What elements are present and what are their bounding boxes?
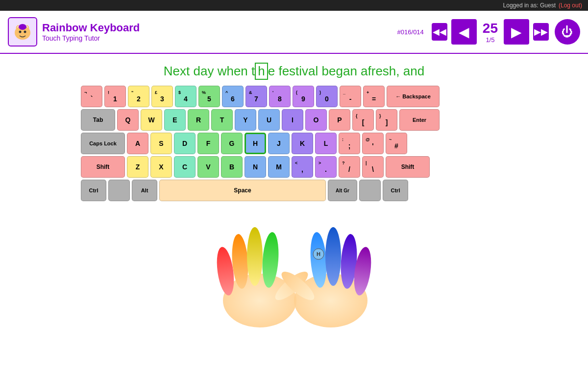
key-z[interactable]: Z: [127, 156, 148, 178]
key-alt-left[interactable]: Alt: [132, 180, 157, 201]
logout-link[interactable]: (Log out): [559, 2, 582, 9]
keyboard-row-3: Caps Lock A S D F G H J K L :; @' ~#: [81, 133, 507, 154]
main-content: Next day when the festival began afresh,…: [0, 54, 588, 332]
key-a[interactable]: A: [127, 133, 148, 154]
forward-button[interactable]: ▶: [504, 19, 529, 45]
back-button[interactable]: ◀: [451, 19, 477, 45]
key-8[interactable]: '8: [269, 86, 291, 107]
key-tab[interactable]: Tab: [81, 109, 115, 131]
key-w[interactable]: W: [141, 109, 162, 131]
skip-back-button[interactable]: ◀◀: [432, 23, 447, 41]
key-caps[interactable]: Caps Lock: [81, 133, 125, 154]
keyboard-row-1: ¬` !1 "2 £3 $4 %5 ^6 &7 '8 (9 )0 _- += ←…: [81, 86, 507, 107]
key-p[interactable]: P: [329, 109, 350, 131]
key-m[interactable]: M: [268, 156, 290, 178]
key-1[interactable]: !1: [104, 86, 126, 107]
header: Rainbow Keyboard Touch Typing Tutor #016…: [0, 11, 588, 54]
key-d[interactable]: D: [174, 133, 196, 154]
svg-point-3: [19, 24, 26, 30]
key-hash[interactable]: ~#: [386, 133, 407, 154]
key-y[interactable]: Y: [235, 109, 256, 131]
key-bracket-close[interactable]: }]: [376, 109, 397, 131]
key-2[interactable]: "2: [128, 86, 149, 107]
username: Guest: [540, 2, 556, 9]
key-3[interactable]: £3: [151, 86, 173, 107]
key-ctrl-right[interactable]: Ctrl: [383, 180, 408, 201]
key-enter[interactable]: Enter: [399, 109, 440, 131]
key-q[interactable]: Q: [117, 109, 139, 131]
key-9[interactable]: (9: [293, 86, 314, 107]
svg-point-1: [19, 31, 22, 33]
key-o[interactable]: O: [305, 109, 327, 131]
key-quote[interactable]: @': [362, 133, 384, 154]
counter-block: 25 1/5: [483, 21, 498, 44]
key-6[interactable]: ^6: [222, 86, 244, 107]
key-slash[interactable]: ?/: [339, 156, 360, 178]
topbar: Logged in as: Guest (Log out): [0, 0, 588, 11]
key-shift-right[interactable]: Shift: [386, 156, 430, 178]
app-title: Rainbow Keyboard: [42, 22, 140, 34]
key-win-right[interactable]: [359, 180, 381, 201]
key-c[interactable]: C: [174, 156, 196, 178]
key-t[interactable]: T: [211, 109, 233, 131]
logged-in-text: Logged in as:: [503, 2, 539, 9]
key-shift-left[interactable]: Shift: [81, 156, 125, 178]
key-4[interactable]: $4: [175, 86, 196, 107]
key-backslash[interactable]: |\: [362, 156, 384, 178]
keyboard-row-5: Ctrl Alt Space Alt Gr Ctrl: [81, 180, 507, 201]
svg-point-7: [247, 227, 263, 286]
app-subtitle: Touch Typing Tutor: [42, 34, 140, 42]
key-7[interactable]: &7: [245, 86, 267, 107]
counter-number: 25: [483, 21, 498, 36]
svg-text:H: H: [317, 251, 320, 257]
svg-point-2: [24, 31, 26, 33]
key-bracket-open[interactable]: {[: [352, 109, 374, 131]
text-after: e festival began afresh, and: [268, 64, 424, 78]
key-alt-gr[interactable]: Alt Gr: [328, 180, 357, 201]
svg-point-14: [325, 227, 341, 286]
logo-area: Rainbow Keyboard Touch Typing Tutor: [8, 17, 140, 46]
title-block: Rainbow Keyboard Touch Typing Tutor: [42, 22, 140, 42]
key-h[interactable]: H: [245, 133, 266, 154]
hands-svg: H: [176, 205, 412, 332]
key-f[interactable]: F: [197, 133, 219, 154]
key-ctrl-left[interactable]: Ctrl: [81, 180, 106, 201]
key-u[interactable]: U: [258, 109, 280, 131]
key-x[interactable]: X: [150, 156, 172, 178]
key-semicolon[interactable]: :;: [339, 133, 360, 154]
key-5[interactable]: %5: [198, 86, 220, 107]
keyboard-row-4: Shift Z X C V B N M <, >. ?/ |\ Shift: [81, 156, 507, 178]
key-backtick[interactable]: ¬`: [81, 86, 102, 107]
key-minus[interactable]: _-: [340, 86, 361, 107]
nav-area: #016/014 ◀◀ ◀ 25 1/5 ▶ ▶▶ ⏻: [397, 19, 580, 45]
key-win-left[interactable]: [108, 180, 130, 201]
key-r[interactable]: R: [188, 109, 209, 131]
key-e[interactable]: E: [164, 109, 186, 131]
key-0[interactable]: )0: [316, 86, 338, 107]
key-k[interactable]: K: [292, 133, 313, 154]
counter-progress: 1/5: [486, 36, 494, 44]
typed-before: Next day when t: [164, 64, 255, 78]
key-i[interactable]: I: [282, 109, 303, 131]
typing-display: Next day when the festival began afresh,…: [0, 63, 588, 80]
key-v[interactable]: V: [197, 156, 219, 178]
key-s[interactable]: S: [150, 133, 172, 154]
key-n[interactable]: N: [245, 156, 266, 178]
skip-forward-button[interactable]: ▶▶: [533, 23, 549, 41]
key-g[interactable]: G: [221, 133, 243, 154]
power-button[interactable]: ⏻: [555, 19, 580, 45]
key-backspace[interactable]: ← Backspace: [387, 86, 440, 107]
keyboard: ¬` !1 "2 £3 $4 %5 ^6 &7 '8 (9 )0 _- += ←…: [81, 86, 507, 201]
key-j[interactable]: J: [268, 133, 290, 154]
keyboard-row-2: Tab Q W E R T Y U I O P {[ }] Enter: [81, 109, 507, 131]
hands-illustration: H: [0, 205, 588, 332]
app-logo: [8, 17, 37, 46]
key-comma[interactable]: <,: [292, 156, 313, 178]
lesson-id: #016/014: [397, 28, 424, 36]
key-period[interactable]: >.: [315, 156, 337, 178]
current-char: h: [255, 63, 268, 80]
key-space[interactable]: Space: [159, 180, 326, 201]
key-l[interactable]: L: [315, 133, 337, 154]
key-equals[interactable]: +=: [363, 86, 385, 107]
key-b[interactable]: B: [221, 156, 243, 178]
